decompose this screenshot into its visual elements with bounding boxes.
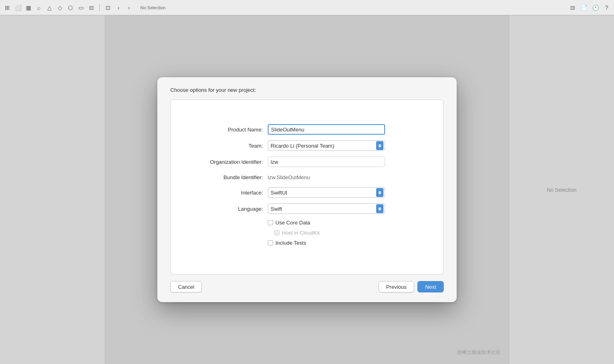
- include-tests-row: Include Tests: [187, 240, 427, 246]
- product-name-input[interactable]: [268, 124, 385, 135]
- back-icon[interactable]: ‹: [114, 4, 123, 12]
- new-project-dialog: Choose options for your new project: Pro…: [157, 77, 457, 302]
- layout-icon[interactable]: ▦: [24, 4, 32, 12]
- watermark: @稀土掘金技术社区: [457, 349, 501, 356]
- rect-icon[interactable]: ▭: [77, 4, 85, 12]
- cancel-button[interactable]: Cancel: [170, 281, 202, 292]
- file-icon[interactable]: 📄: [580, 4, 588, 12]
- dialog-overlay: Choose options for your new project: Pro…: [105, 15, 509, 364]
- host-in-cloudkit-checkbox[interactable]: [274, 230, 279, 235]
- org-identifier-row: Organization Identifier:: [187, 157, 427, 167]
- include-tests-label: Include Tests: [275, 240, 306, 246]
- right-panel: No Selection: [509, 15, 614, 364]
- product-name-control: [268, 124, 385, 135]
- host-in-cloudkit-wrapper: Host in CloudKit: [274, 230, 320, 236]
- right-panel-no-selection: No Selection: [547, 187, 577, 193]
- interface-select[interactable]: SwiftUI Storyboard: [268, 187, 385, 198]
- toolbar: ⊞ ⬜ ▦ ⌕ △ ◇ ⬡ ▭ ⊟ ⊡ ‹ › No Selection ⊟ 📄…: [0, 0, 614, 15]
- team-label: Team:: [187, 143, 268, 149]
- org-identifier-label: Organization Identifier:: [187, 159, 268, 165]
- warning-icon[interactable]: △: [45, 4, 53, 12]
- circle-icon[interactable]: ◇: [56, 4, 64, 12]
- language-select-wrapper: Swift Objective-C: [268, 203, 385, 214]
- dialog-title: Choose options for your new project:: [170, 87, 256, 93]
- tag-icon[interactable]: ⬡: [66, 4, 74, 12]
- interface-control: SwiftUI Storyboard: [268, 187, 385, 198]
- bundle-identifier-control: lzw.SlideOutMenu: [268, 173, 385, 182]
- previous-button[interactable]: Previous: [379, 281, 415, 292]
- toolbar-no-selection: No Selection: [136, 2, 170, 13]
- language-control: Swift Objective-C: [268, 203, 385, 214]
- panel-toggle-icon[interactable]: ⊟: [569, 4, 577, 12]
- help-icon[interactable]: ?: [603, 4, 611, 12]
- search-icon[interactable]: ⌕: [35, 4, 43, 12]
- include-tests-wrapper: Include Tests: [268, 240, 306, 246]
- language-label: Language:: [187, 206, 268, 212]
- table-icon[interactable]: ⊟: [87, 4, 95, 12]
- host-in-cloudkit-row: Host in CloudKit: [187, 230, 427, 236]
- team-row: Team: Ricardo Li (Personal Team): [187, 140, 427, 151]
- product-name-row: Product Name:: [187, 124, 427, 135]
- square-icon[interactable]: ⬜: [14, 4, 22, 12]
- product-name-label: Product Name:: [187, 127, 268, 133]
- team-control: Ricardo Li (Personal Team): [268, 140, 385, 151]
- language-row: Language: Swift Objective-C: [187, 203, 427, 214]
- grid-icon[interactable]: ⊞: [3, 4, 11, 12]
- center-content: Choose options for your new project: Pro…: [105, 15, 509, 364]
- team-select-wrapper: Ricardo Li (Personal Team): [268, 140, 385, 151]
- next-button[interactable]: Next: [417, 281, 444, 292]
- org-identifier-input[interactable]: [268, 157, 385, 167]
- use-core-data-row: Use Core Data: [187, 220, 427, 226]
- main-area: Choose options for your new project: Pro…: [0, 15, 614, 364]
- nav-button-group: Previous Next: [379, 281, 444, 292]
- panel-icon[interactable]: ⊡: [104, 4, 112, 12]
- interface-select-wrapper: SwiftUI Storyboard: [268, 187, 385, 198]
- include-tests-checkbox[interactable]: [268, 240, 273, 245]
- use-core-data-wrapper: Use Core Data: [268, 220, 310, 226]
- bundle-identifier-row: Bundle Identifier: lzw.SlideOutMenu: [187, 173, 427, 182]
- dialog-header: Choose options for your new project:: [157, 77, 457, 99]
- interface-row: Interface: SwiftUI Storyboard: [187, 187, 427, 198]
- toolbar-divider-1: [100, 4, 100, 11]
- org-identifier-control: [268, 157, 385, 167]
- clock-icon[interactable]: 🕐: [591, 4, 599, 12]
- dialog-footer: Cancel Previous Next: [157, 275, 457, 302]
- interface-label: Interface:: [187, 190, 268, 196]
- use-core-data-checkbox[interactable]: [268, 220, 273, 225]
- dialog-body: Product Name: Team: Ricardo Li (Personal…: [170, 99, 444, 275]
- host-in-cloudkit-label: Host in CloudKit: [282, 230, 320, 236]
- bundle-identifier-label: Bundle Identifier:: [187, 174, 268, 180]
- left-sidebar: [0, 15, 105, 364]
- team-select[interactable]: Ricardo Li (Personal Team): [268, 140, 385, 151]
- use-core-data-label: Use Core Data: [275, 220, 310, 226]
- toolbar-right: ⊟ 📄 🕐 ?: [569, 4, 611, 12]
- bundle-identifier-value: lzw.SlideOutMenu: [268, 173, 385, 182]
- language-select[interactable]: Swift Objective-C: [268, 203, 385, 214]
- forward-icon[interactable]: ›: [125, 4, 133, 12]
